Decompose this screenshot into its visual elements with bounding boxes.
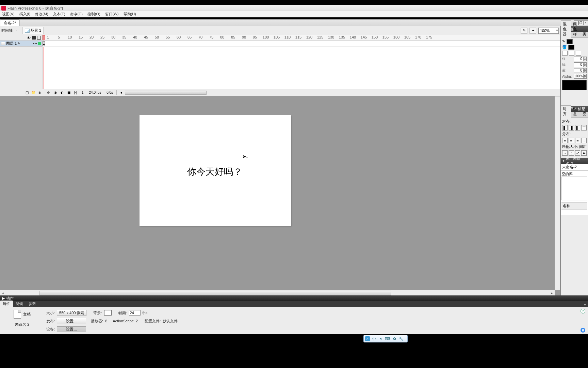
align-left-icon[interactable]: ▌	[562, 125, 568, 131]
layer-row[interactable]: 图层 1 ✎	[0, 41, 42, 47]
menu-window[interactable]: 窗口(W)	[105, 12, 119, 17]
close-button[interactable]: ×	[583, 20, 588, 25]
menu-control[interactable]: 控制(O)	[87, 12, 100, 17]
device-settings-button[interactable]: 设置...	[57, 326, 86, 332]
edit-symbol-icon[interactable]: ✦	[529, 28, 536, 34]
ime-settings-icon[interactable]: ✿	[392, 336, 397, 341]
layer-vis-dot[interactable]	[33, 43, 34, 44]
publish-settings-button[interactable]: 设置...	[57, 318, 86, 324]
ime-keyboard-icon[interactable]: ⌨	[385, 336, 390, 341]
ime-toolbar[interactable]: ⌂ 中 •ᵢ ⌨ ✿ 🔧	[363, 335, 408, 342]
document-tab[interactable]: 命名-2*	[0, 19, 20, 26]
timeline-scrollbar[interactable]	[125, 91, 207, 95]
green-up[interactable]: ▲	[583, 62, 587, 65]
stage-area[interactable]: 你今天好吗？ ➤ ◂ ▸	[0, 96, 560, 295]
actions-panel-header[interactable]: ▶ 动作	[0, 295, 588, 301]
timeline-ruler[interactable]: 1 5 10 15 20 25 30 35 40 45 50 55 60 65 …	[43, 35, 560, 41]
red-down[interactable]: ▼	[583, 59, 587, 61]
red-up[interactable]: ▲	[583, 57, 587, 59]
stage-vertical-scrollbar[interactable]	[555, 96, 560, 290]
green-down[interactable]: ▼	[583, 65, 587, 67]
lock-header-icon[interactable]	[32, 36, 36, 40]
frames-area[interactable]	[43, 41, 560, 89]
swatches-tab[interactable]: 颜色样	[571, 21, 581, 37]
new-folder-icon[interactable]: 📁	[31, 90, 36, 95]
dist-bottom-icon[interactable]: ≡	[575, 138, 581, 143]
blue-down[interactable]: ▼	[583, 71, 587, 73]
alpha-up[interactable]: ▲	[583, 74, 587, 76]
transform-tab[interactable]: 变	[581, 111, 588, 117]
fill-bucket-icon[interactable]: 🪣	[562, 45, 567, 50]
stage-canvas[interactable]: 你今天好吗？	[140, 115, 291, 226]
stage-horizontal-scrollbar[interactable]: ◂ ▸	[0, 290, 555, 295]
dist-vcenter-icon[interactable]: ≡	[569, 138, 574, 143]
scroll-right-arrow[interactable]: ▸	[549, 290, 555, 295]
edit-multi-icon[interactable]: ▣	[66, 90, 71, 95]
zoom-select[interactable]: 100%▼	[538, 28, 559, 34]
align-hcenter-icon[interactable]: ▐	[569, 125, 574, 131]
match-height-icon[interactable]: ↕	[569, 150, 574, 156]
params-tab[interactable]: 参数	[26, 301, 39, 307]
edit-scene-icon[interactable]: ✎	[521, 28, 527, 34]
match-both-icon[interactable]: ⤢	[575, 150, 581, 156]
ime-punct-icon[interactable]: •ᵢ	[378, 336, 383, 341]
background-swatch[interactable]	[104, 310, 112, 316]
scene-button[interactable]: 场景 1	[22, 27, 44, 34]
info-tab[interactable]: 信息	[571, 106, 581, 117]
library-panel-header[interactable]: ▼ 库 - 未命名-2	[561, 158, 588, 164]
blue-input[interactable]: 0	[574, 68, 583, 73]
menu-text[interactable]: 文本(T)	[53, 12, 65, 17]
collapse-icon[interactable]: ✖	[581, 328, 585, 333]
ime-zhong-icon[interactable]: 中	[371, 336, 377, 341]
menu-insert[interactable]: 插入(I)	[19, 12, 30, 17]
ime-logo-icon[interactable]: ⌂	[365, 336, 370, 341]
library-doc-select[interactable]: 未命名-2	[561, 164, 588, 171]
menu-help[interactable]: 帮助(H)	[124, 12, 136, 17]
new-layer-icon[interactable]: ◫	[24, 90, 30, 95]
match-width-icon[interactable]: ↔	[562, 150, 568, 156]
stroke-swatch[interactable]	[567, 39, 573, 44]
delete-layer-icon[interactable]: 🗑	[37, 90, 43, 95]
onion-outline-icon[interactable]: ◐	[59, 90, 65, 95]
alpha-input[interactable]: 100%	[574, 74, 583, 79]
dist-top-icon[interactable]: ≡	[562, 138, 568, 143]
mixer-tab[interactable]: 混色器	[561, 20, 571, 38]
filters-tab[interactable]: 滤镜	[13, 301, 26, 307]
scroll-thumb[interactable]	[39, 291, 391, 295]
menu-commands[interactable]: 命令(C)	[70, 12, 83, 17]
bw-icon[interactable]	[562, 51, 568, 56]
back-arrow-icon[interactable]: ⇦	[14, 28, 21, 33]
stage-text[interactable]: 你今天好吗？	[187, 166, 242, 178]
space-h-icon[interactable]: ⇔	[581, 150, 587, 156]
menu-modify[interactable]: 修改(M)	[35, 12, 48, 17]
align-tab[interactable]: 对齐	[561, 105, 571, 118]
properties-tab[interactable]: 属性	[0, 301, 13, 307]
fill-swatch[interactable]	[568, 45, 574, 50]
scroll-left-arrow[interactable]: ◂	[0, 290, 5, 295]
swap-icon[interactable]	[576, 51, 581, 56]
outline-header-icon[interactable]	[37, 36, 41, 40]
dist-left-icon[interactable]: ⋮	[581, 138, 587, 143]
scroll-left-icon[interactable]: ◂	[118, 90, 124, 95]
size-button[interactable]: 550 x 400 像素	[57, 310, 86, 316]
align-top-icon[interactable]: ▔	[581, 125, 587, 131]
blue-up[interactable]: ▲	[583, 68, 587, 71]
alpha-down[interactable]: ▼	[583, 76, 587, 79]
library-name-header[interactable]: 名称	[561, 202, 587, 210]
onion-skin-icon[interactable]: ◑	[52, 90, 58, 95]
menu-view[interactable]: 视图(V)	[2, 12, 15, 17]
red-input[interactable]: 0	[574, 57, 583, 61]
nocolor-icon[interactable]	[569, 51, 574, 56]
layer-outline-swatch[interactable]	[38, 42, 41, 45]
help-icon[interactable]: ?	[581, 309, 585, 313]
ime-tool-icon[interactable]: 🔧	[398, 336, 404, 341]
stroke-pencil-icon[interactable]: ✎	[562, 39, 565, 44]
green-input[interactable]: 0	[574, 62, 583, 67]
keyframe-icon[interactable]	[43, 41, 45, 46]
onion-markers-icon[interactable]: [·]	[73, 90, 78, 95]
panel-menu-icon[interactable]: ≡	[582, 303, 588, 307]
layer-lock-dot[interactable]	[35, 43, 37, 44]
center-frame-icon[interactable]: ⊙	[46, 90, 51, 95]
framerate-input[interactable]	[129, 310, 141, 316]
visibility-header-icon[interactable]: 👁	[27, 36, 31, 40]
